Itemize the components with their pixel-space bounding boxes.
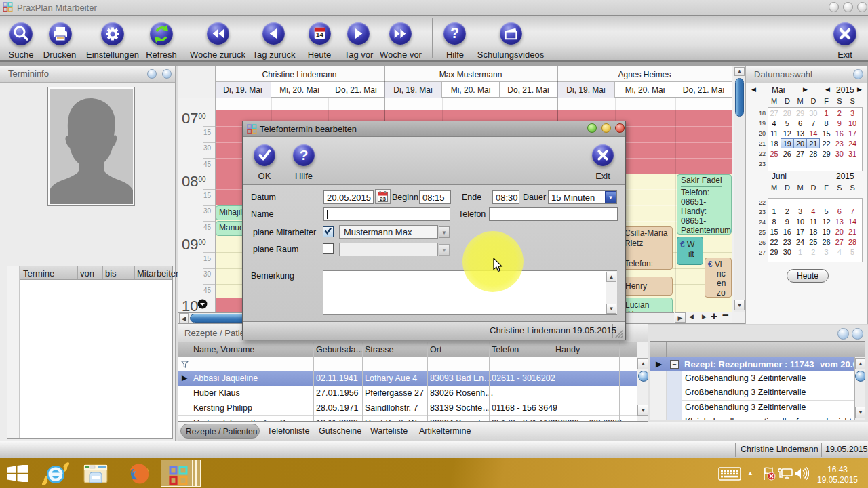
svg-text:?: ? <box>450 25 459 41</box>
svg-text:?: ? <box>300 147 309 163</box>
svg-text:14: 14 <box>316 30 323 38</box>
svg-text:23: 23 <box>380 196 386 202</box>
